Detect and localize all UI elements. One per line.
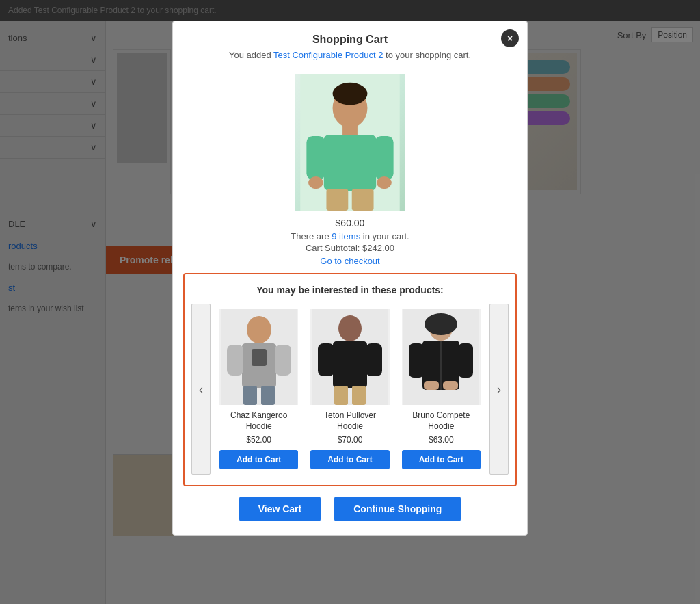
- add-to-cart-button-2[interactable]: Add to Cart: [310, 450, 389, 469]
- svg-point-26: [338, 315, 362, 341]
- close-icon: ×: [507, 33, 513, 44]
- svg-point-34: [425, 313, 457, 335]
- close-button[interactable]: ×: [501, 29, 519, 47]
- svg-rect-9: [342, 124, 358, 136]
- cart-items-count-link[interactable]: 9 items: [332, 231, 360, 241]
- svg-rect-23: [243, 386, 257, 405]
- svg-rect-15: [326, 189, 348, 211]
- related-product-image-3: [402, 309, 481, 405]
- modal-subtotal: Cart Subtotal: $242.00: [173, 243, 527, 253]
- related-product-2: Teton Pullover Hoodie $70.00 Add to Cart: [307, 304, 392, 475]
- continue-shopping-button[interactable]: Continue Shopping: [334, 497, 461, 521]
- cart-info-before: There are: [291, 231, 332, 241]
- svg-rect-31: [352, 386, 366, 405]
- svg-rect-29: [366, 343, 382, 376]
- svg-rect-27: [333, 341, 367, 388]
- add-to-cart-button-3[interactable]: Add to Cart: [402, 450, 481, 469]
- cart-info-after: in your cart.: [360, 231, 409, 241]
- modal-header: Shopping Cart You added Test Configurabl…: [173, 21, 527, 67]
- svg-rect-12: [375, 136, 393, 180]
- related-products-title: You may be interested in these products:: [191, 285, 509, 296]
- modal-cart-info: There are 9 items in your cart.: [173, 231, 527, 241]
- related-product-svg-3: [403, 309, 479, 405]
- prev-product-button[interactable]: ‹: [191, 304, 211, 475]
- related-product-price-1: $52.00: [219, 435, 298, 445]
- related-products-section: You may be interested in these products:…: [183, 273, 517, 486]
- related-products-list: Chaz Kangeroo Hoodie $52.00 Add to Cart: [216, 304, 484, 475]
- related-product-price-3: $63.00: [402, 435, 481, 445]
- svg-rect-39: [424, 381, 439, 390]
- checkout-link[interactable]: Go to checkout: [173, 256, 527, 266]
- related-product-name-2: Teton Pullover Hoodie: [310, 410, 389, 432]
- svg-rect-11: [306, 136, 325, 180]
- svg-rect-40: [443, 381, 458, 390]
- svg-rect-21: [275, 345, 291, 376]
- svg-rect-30: [334, 386, 348, 405]
- related-product-svg-1: [221, 309, 297, 405]
- related-product-image-2: [310, 309, 389, 405]
- related-product-price-2: $70.00: [310, 435, 389, 445]
- svg-point-8: [333, 83, 368, 105]
- product-image-placeholder: [295, 74, 405, 211]
- svg-rect-24: [261, 386, 275, 405]
- related-products-container: ‹: [191, 304, 509, 475]
- next-icon: ›: [497, 382, 501, 397]
- related-product-name-1: Chaz Kangeroo Hoodie: [219, 410, 298, 432]
- shopping-cart-modal: Shopping Cart You added Test Configurabl…: [172, 21, 528, 536]
- svg-rect-20: [227, 345, 243, 376]
- add-to-cart-button-1[interactable]: Add to Cart: [219, 450, 298, 469]
- related-product-image-1: [219, 309, 298, 405]
- product-image-svg: [295, 74, 405, 211]
- svg-rect-37: [458, 343, 473, 378]
- modal-footer: View Cart Continue Shopping: [173, 497, 527, 521]
- svg-rect-10: [324, 135, 376, 191]
- svg-rect-22: [252, 349, 267, 366]
- svg-point-13: [308, 176, 323, 189]
- modal-price: $60.00: [173, 218, 527, 228]
- svg-point-14: [377, 176, 392, 189]
- related-product-name-3: Bruno Compete Hoodie: [402, 410, 481, 432]
- svg-rect-36: [409, 343, 424, 378]
- subtitle-after: to your shopping cart.: [383, 50, 471, 60]
- svg-rect-16: [352, 189, 374, 211]
- product-link[interactable]: Test Configurable Product 2: [273, 50, 383, 60]
- svg-rect-28: [318, 343, 334, 376]
- modal-subtitle: You added Test Configurable Product 2 to…: [187, 50, 513, 60]
- modal-price-info: $60.00 There are 9 items in your cart. C…: [173, 218, 527, 266]
- prev-icon: ‹: [199, 382, 203, 397]
- related-product-3: Bruno Compete Hoodie $63.00 Add to Cart: [399, 304, 484, 475]
- view-cart-button[interactable]: View Cart: [239, 497, 321, 521]
- related-product-svg-2: [312, 309, 388, 405]
- modal-product-image: [173, 74, 527, 211]
- next-product-button[interactable]: ›: [489, 304, 509, 475]
- subtitle-before: You added: [229, 50, 273, 60]
- related-product-1: Chaz Kangeroo Hoodie $52.00 Add to Cart: [216, 304, 301, 475]
- svg-point-18: [247, 316, 271, 343]
- modal-title: Shopping Cart: [187, 34, 513, 46]
